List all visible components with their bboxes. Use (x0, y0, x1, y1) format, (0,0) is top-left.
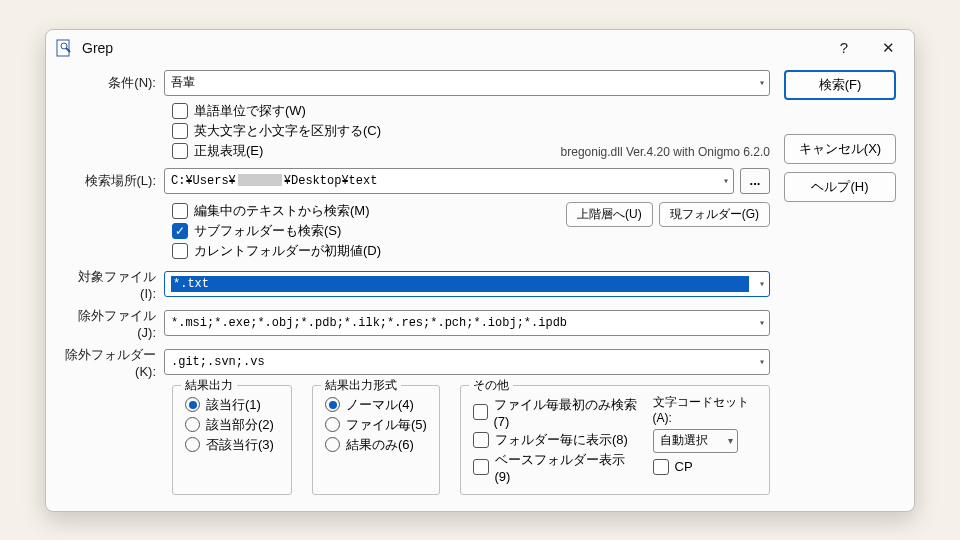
cp-checkbox[interactable] (653, 459, 669, 475)
location-input[interactable]: C:¥Users¥¥Desktop¥text ▾ (164, 168, 734, 194)
excludefile-input[interactable]: *.msi;*.exe;*.obj;*.pdb;*.ilk;*.res;*.pc… (164, 310, 770, 336)
masked-user (238, 174, 282, 186)
chevron-down-icon: ▾ (728, 435, 733, 446)
condition-input[interactable]: 吾輩 ▾ (164, 70, 770, 96)
group-result-format: 結果出力形式 ノーマル(4) ファイル毎(5) 結果のみ(6) (312, 385, 440, 495)
group-other: その他 ファイル毎最初のみ検索(7) フォルダー毎に表示(8) ベースフォルダー… (460, 385, 770, 495)
help-button[interactable]: ? (822, 32, 866, 64)
excludefolder-label: 除外フォルダー(K): (64, 346, 164, 379)
charset-label: 文字コードセット(A): (653, 394, 757, 425)
condition-label: 条件(N): (64, 74, 164, 92)
regex-label: 正規表現(E) (194, 142, 263, 160)
radio-perfile[interactable] (325, 417, 340, 432)
help-dialog-button[interactable]: ヘルプ(H) (784, 172, 896, 202)
browse-button[interactable]: ... (740, 168, 770, 194)
search-button[interactable]: 検索(F) (784, 70, 896, 100)
regex-checkbox[interactable] (172, 143, 188, 159)
group-result-output: 結果出力 該当行(1) 該当部分(2) 否該当行(3) (172, 385, 292, 495)
charset-select[interactable]: 自動選択 ▾ (653, 429, 738, 453)
currentinit-label: カレントフォルダーが初期値(D) (194, 242, 381, 260)
location-label: 検索場所(L): (64, 172, 164, 190)
chevron-down-icon: ▾ (723, 175, 729, 187)
titlebar: Grep ? ✕ (46, 30, 914, 66)
perfolder-checkbox[interactable] (473, 432, 489, 448)
subfolder-label: サブフォルダーも検索(S) (194, 222, 341, 240)
basefolder-checkbox[interactable] (473, 459, 489, 475)
target-label: 対象ファイル(I): (64, 268, 164, 301)
app-icon (56, 39, 74, 57)
up-button[interactable]: 上階層へ(U) (566, 202, 653, 227)
firstonly-checkbox[interactable] (473, 404, 488, 420)
chevron-down-icon: ▾ (759, 356, 765, 368)
radio-part[interactable] (185, 417, 200, 432)
radio-resultonly[interactable] (325, 437, 340, 452)
editing-checkbox[interactable] (172, 203, 188, 219)
cancel-button[interactable]: キャンセル(X) (784, 134, 896, 164)
window-title: Grep (82, 40, 822, 56)
editing-label: 編集中のテキストから検索(M) (194, 202, 370, 220)
regex-version: bregonig.dll Ver.4.20 with Onigmo 6.2.0 (561, 145, 770, 159)
word-label: 単語単位で探す(W) (194, 102, 306, 120)
case-checkbox[interactable] (172, 123, 188, 139)
radio-line[interactable] (185, 397, 200, 412)
close-button[interactable]: ✕ (866, 32, 910, 64)
chevron-down-icon: ▾ (759, 77, 765, 89)
radio-notline[interactable] (185, 437, 200, 452)
currentinit-checkbox[interactable] (172, 243, 188, 259)
excludefolder-input[interactable]: .git;.svn;.vs ▾ (164, 349, 770, 375)
chevron-down-icon: ▾ (759, 278, 765, 290)
case-label: 英大文字と小文字を区別する(C) (194, 122, 381, 140)
excludefile-label: 除外ファイル(J): (64, 307, 164, 340)
grep-dialog: Grep ? ✕ 条件(N): 吾輩 ▾ 単語単位で探す(W) 英大文字と小文字… (45, 29, 915, 512)
target-input[interactable]: *.txt ▾ (164, 271, 770, 297)
radio-normal[interactable] (325, 397, 340, 412)
chevron-down-icon: ▾ (759, 317, 765, 329)
word-checkbox[interactable] (172, 103, 188, 119)
subfolder-checkbox[interactable]: ✓ (172, 223, 188, 239)
curfolder-button[interactable]: 現フォルダー(G) (659, 202, 770, 227)
